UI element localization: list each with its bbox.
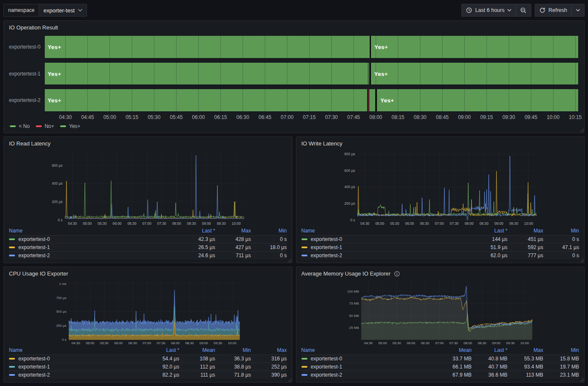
legend-column-header[interactable]: Last * bbox=[180, 228, 215, 234]
series-name[interactable]: exportertest-0 bbox=[18, 356, 50, 362]
legend-column-header[interactable]: Max bbox=[251, 347, 287, 353]
legend-column-header[interactable]: Mean bbox=[436, 347, 472, 353]
zoom-out-time-button[interactable] bbox=[516, 4, 531, 16]
series-name[interactable]: exportertest-1 bbox=[311, 244, 342, 250]
series-name[interactable]: exportertest-2 bbox=[18, 372, 50, 378]
series-stat-value: 66.1 MB bbox=[436, 364, 472, 370]
timeline-track[interactable]: Yes+Yes+ bbox=[45, 36, 578, 58]
svg-text:0 s: 0 s bbox=[58, 218, 63, 222]
series-color-swatch bbox=[301, 358, 307, 360]
legend-column-header[interactable]: Name bbox=[301, 228, 315, 234]
legend-header-row: NameMeanLast *MaxMin bbox=[301, 345, 579, 354]
svg-text:06:00: 06:00 bbox=[113, 221, 122, 226]
memory-usage-chart[interactable]: 25 MB50 MB75 MB100 MB04:3005:0005:3006:0… bbox=[298, 279, 583, 345]
x-axis-tick-label: 07:00 bbox=[281, 114, 293, 120]
x-axis-tick-label: 10:00 bbox=[547, 114, 559, 120]
io-write-latency-chart[interactable]: 0 s200 µs400 µs600 µs800 µs04:3005:0005:… bbox=[298, 148, 583, 226]
timeline-state-label: Yes+ bbox=[372, 70, 388, 77]
series-name[interactable]: exportertest-2 bbox=[18, 252, 50, 258]
panel-title[interactable]: IO Operation Result bbox=[9, 24, 58, 31]
svg-text:04:30: 04:30 bbox=[364, 341, 373, 345]
series-stat-value: 144 µs bbox=[472, 236, 507, 242]
state-timeline[interactable]: exportertest-0Yes+Yes+exportertest-1Yes+… bbox=[4, 32, 584, 113]
series-name[interactable]: exportertest-2 bbox=[311, 252, 342, 258]
x-axis-tick-label: 09:45 bbox=[524, 114, 537, 120]
svg-text:07:00: 07:00 bbox=[435, 341, 444, 345]
timeline-state-label: Yes+ bbox=[46, 70, 61, 77]
legend-column-header[interactable]: Max bbox=[215, 228, 251, 234]
x-axis-tick-label: 06:45 bbox=[258, 114, 271, 120]
svg-text:09:30: 09:30 bbox=[509, 221, 518, 226]
panel-io-read-latency: IO Read Latency 0 s200 µs400 µs600 µs04:… bbox=[3, 136, 293, 263]
legend-column-header[interactable]: Name bbox=[301, 347, 315, 353]
timeline-gridline bbox=[420, 63, 420, 85]
timeline-gridline bbox=[87, 63, 88, 85]
legend-column-header[interactable]: Name bbox=[9, 347, 23, 353]
timeline-row-label: exportertest-2 bbox=[4, 89, 45, 111]
refresh-interval-button[interactable] bbox=[571, 4, 584, 16]
legend-series-row: exportertest-282.2 µs111 µs71.8 µs390 µs bbox=[9, 371, 287, 379]
timeline-gridline bbox=[487, 89, 487, 111]
legend-column-header[interactable]: Last * bbox=[472, 228, 507, 234]
legend-column-header[interactable]: Min bbox=[215, 347, 251, 353]
timeline-gridline bbox=[87, 36, 88, 58]
svg-text:250 µs: 250 µs bbox=[56, 324, 67, 328]
legend-item[interactable]: No+ bbox=[36, 123, 54, 129]
series-stat-value: 427 µs bbox=[215, 244, 251, 250]
timeline-gridline bbox=[487, 36, 487, 58]
timeline-track[interactable]: Yes+Yes+ bbox=[45, 63, 578, 85]
svg-text:10:00: 10:00 bbox=[524, 221, 533, 226]
namespace-value-text: exporter-test bbox=[43, 7, 75, 14]
panel-title[interactable]: IO Write Latency bbox=[301, 140, 343, 147]
timeline-gridline bbox=[531, 36, 531, 58]
series-stat-value: 428 µs bbox=[215, 236, 251, 242]
panel-title[interactable]: Average Memory Usage IO Explorer bbox=[301, 270, 391, 277]
series-name[interactable]: exportertest-0 bbox=[311, 236, 342, 242]
series-stat-value: 36.6 MB bbox=[472, 372, 507, 378]
time-range-button[interactable]: Last 6 hours bbox=[462, 4, 516, 16]
legend-series-row: exportertest-267.9 MB36.6 MB113 MB23.1 M… bbox=[301, 371, 579, 379]
series-name[interactable]: exportertest-2 bbox=[311, 372, 342, 378]
svg-text:05:30: 05:30 bbox=[390, 221, 399, 226]
cpu-usage-chart[interactable]: 0 s250 µs500 µs750 µs1 ms04:3005:0005:30… bbox=[6, 279, 290, 345]
series-name[interactable]: exportertest-1 bbox=[18, 364, 50, 370]
series-name[interactable]: exportertest-0 bbox=[18, 236, 50, 242]
legend-item[interactable]: < No bbox=[10, 123, 30, 129]
series-name[interactable]: exportertest-1 bbox=[18, 244, 50, 250]
refresh-button[interactable]: Refresh bbox=[535, 4, 571, 16]
timeline-gridline bbox=[442, 36, 443, 58]
legend-series-row: exportertest-054.4 µs108 µs36.3 µs316 µs bbox=[9, 354, 287, 363]
io-read-latency-chart[interactable]: 0 s200 µs400 µs600 µs04:3005:0005:3006:0… bbox=[6, 148, 290, 226]
timeline-track[interactable]: Yes+Yes+ bbox=[45, 89, 578, 111]
svg-text:07:00: 07:00 bbox=[142, 221, 151, 226]
refresh-group: Refresh bbox=[535, 4, 585, 17]
series-stat-value: 592 µs bbox=[507, 244, 543, 250]
series-stat-value: 0 s bbox=[543, 236, 579, 242]
legend-column-header[interactable]: Last * bbox=[144, 347, 180, 353]
legend-item[interactable]: Yes+ bbox=[60, 123, 81, 129]
legend-column-header[interactable]: Name bbox=[9, 228, 23, 234]
legend-column-header[interactable]: Max bbox=[507, 228, 543, 234]
legend-swatch bbox=[10, 125, 16, 127]
legend-series-row: exportertest-166.1 MB40.7 MB93.4 MB19.7 … bbox=[301, 363, 579, 371]
legend-column-header[interactable]: Min bbox=[251, 228, 287, 234]
time-range-label: Last 6 hours bbox=[475, 7, 504, 13]
legend-column-header[interactable]: Max bbox=[507, 347, 543, 353]
series-name[interactable]: exportertest-0 bbox=[311, 356, 342, 362]
legend-column-header[interactable]: Last * bbox=[472, 347, 507, 353]
legend-column-header[interactable]: Mean bbox=[180, 347, 215, 353]
info-icon[interactable] bbox=[394, 271, 400, 277]
legend-column-header[interactable]: Min bbox=[543, 228, 579, 234]
panel-title[interactable]: IO Read Latency bbox=[9, 140, 51, 147]
panel-title[interactable]: CPU Usage IO Exporter bbox=[9, 270, 68, 277]
svg-text:10:00: 10:00 bbox=[520, 341, 529, 345]
legend-column-header[interactable]: Min bbox=[543, 347, 579, 353]
timeline-state-label: Yes+ bbox=[372, 44, 388, 50]
timeline-gridline bbox=[442, 63, 443, 85]
namespace-variable-value[interactable]: exporter-test bbox=[39, 4, 87, 17]
series-name[interactable]: exportertest-1 bbox=[311, 364, 342, 370]
svg-text:06:00: 06:00 bbox=[406, 341, 415, 345]
svg-text:08:00: 08:00 bbox=[463, 341, 472, 345]
svg-text:08:30: 08:30 bbox=[187, 221, 196, 226]
x-axis-tick-label: 06:15 bbox=[214, 114, 227, 120]
